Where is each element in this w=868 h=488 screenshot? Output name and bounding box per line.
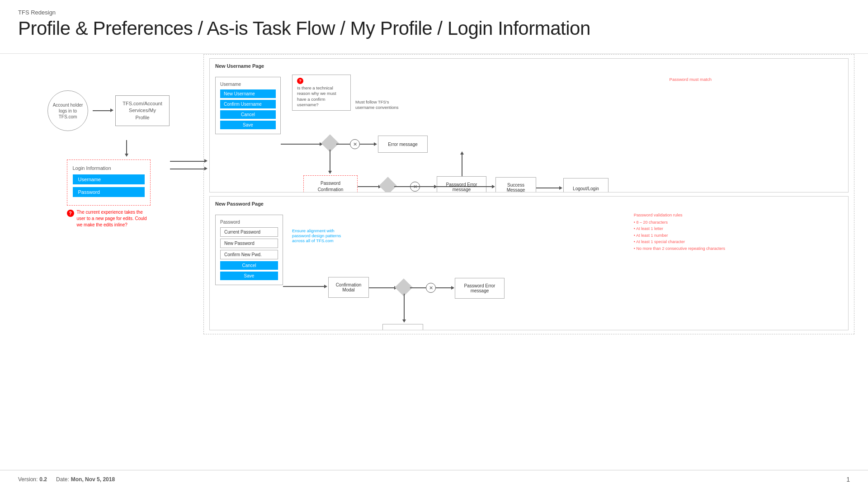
tfs-convention-note: Must follow TFS's username conventions [355, 99, 405, 111]
line-success-logout [536, 188, 561, 188]
connector-username-h [170, 161, 206, 162]
username-page-label: New Username Page [215, 63, 843, 69]
pwd-must-match-text: Password must match [670, 77, 712, 82]
line-diamond-down [330, 150, 330, 172]
save-btn-username[interactable]: Save [220, 121, 276, 129]
note-icon: ? [67, 210, 74, 217]
logout-login-text: Logout/Login [573, 186, 599, 191]
date-value: Mon, Nov 5, 2018 [71, 476, 115, 483]
cancel-btn-username[interactable]: Cancel [220, 110, 276, 119]
logout-login-box: Logout/Login [563, 178, 609, 192]
new-username-field[interactable]: New Username [220, 89, 276, 98]
q-text: Is there a technical reason why we must … [297, 85, 346, 108]
password-button[interactable]: Password [73, 187, 145, 197]
current-pwd-field[interactable]: Current Password [220, 227, 278, 237]
circle-x-pwd-icon: ✕ [426, 283, 436, 293]
subtitle: TFS Redesign [18, 9, 850, 16]
username-flow-container: Username New Username Confirm Username C… [215, 72, 843, 188]
connector-line [93, 110, 111, 111]
error-message-text: Error message [388, 142, 418, 147]
success-message-text: Success Message [507, 183, 525, 192]
arrowhead-up-pwderror [460, 151, 464, 155]
rule-5: • No more than 2 consecutive repeating c… [634, 245, 725, 252]
line-pwd-diamond-success [404, 294, 405, 321]
form-box-title: Username [220, 82, 276, 87]
save-btn-password[interactable]: Save [220, 272, 278, 280]
account-holder-circle: Account holder logs in to TFS.com [47, 90, 88, 131]
connector-password-h [170, 169, 206, 169]
arrowhead-pwd-error [451, 286, 454, 290]
right-section: New Username Page Username New Username … [203, 54, 854, 334]
username-button[interactable]: Username [73, 174, 145, 184]
connector-password-arrow [204, 167, 208, 170]
arrowhead-icon [110, 108, 113, 112]
arrowhead-down-modal [328, 171, 332, 174]
logout-login-box-inner: Logout/Login [563, 178, 609, 192]
v-connector-line [126, 140, 127, 154]
password-page-label: New Password Page [215, 201, 843, 206]
confirm-new-pwd-field[interactable]: Confirm New Pwd. [220, 250, 278, 259]
version-label: Version: [18, 476, 38, 483]
confirmation-modal-text: Confirmation Modal [336, 282, 362, 292]
q-icon: ? [297, 78, 303, 84]
password-page-area: New Password Page Password Current Passw… [209, 196, 849, 330]
note-bubble: ? The current experience takes the user … [67, 209, 151, 228]
success-msg-box: Success Message [495, 177, 536, 192]
line-modal-diamond2 [358, 186, 380, 187]
pwd-rules-title: Password validation rules [634, 212, 725, 217]
username-page-area: New Username Page Username New Username … [209, 58, 849, 192]
convention-text: Must follow TFS's username conventions [355, 99, 405, 111]
line-pwd-diamond-circlex [410, 287, 426, 288]
new-pwd-field[interactable]: New Password [220, 239, 278, 248]
form-box-pwd-title: Password [220, 220, 278, 225]
arrow-down-icon [125, 154, 128, 157]
line-confirmation-diamond [369, 287, 396, 288]
connector-username-arrow [204, 159, 208, 163]
error-msg-box: Error message [378, 136, 428, 153]
rule-1: • 8 – 20 characters [634, 219, 725, 225]
circle-x-pwd: ✕ [426, 283, 436, 293]
line-save-to-diamond [281, 144, 321, 145]
rule-3: • At least 1 number [634, 232, 725, 239]
question-box: ? Is there a technical reason why we mus… [292, 75, 351, 111]
line-diamond2-success-h [394, 186, 494, 187]
login-info-section: Login Information Username Password ? Th… [67, 160, 151, 228]
password-form-box: Password Current Password New Password C… [215, 215, 283, 285]
tfs-box-text: TFS.com/Account Services/My Profile [123, 101, 162, 120]
success-message-box: Success Message [495, 177, 536, 192]
pwd-error-lower: Password Error message [455, 278, 505, 299]
success-lower-box: Success message [382, 324, 423, 330]
pwd-error-text: Password Error message [446, 182, 477, 192]
confirmation-modal: Confirmation Modal [328, 277, 369, 298]
line-diamond2-success [388, 192, 389, 192]
form-box-username: Username New Username Confirm Username C… [215, 77, 281, 134]
line-pwd-circlex-error [436, 287, 453, 288]
cancel-btn-password[interactable]: Cancel [220, 261, 278, 270]
form-box-password: Password Current Password New Password C… [215, 215, 283, 285]
down-arrow-to-login [125, 140, 128, 157]
header: TFS Redesign Profile & Preferences / As-… [0, 0, 868, 44]
account-row: Account holder logs in to TFS.com TFS.co… [47, 90, 170, 131]
pwd-error-message: Password Error message [437, 176, 486, 192]
pwd-error-lower-box: Password Error message [455, 278, 505, 299]
rule-4: • At least 1 special character [634, 239, 725, 245]
login-info-box: Login Information Username Password [67, 160, 151, 206]
success-lower-text: Success message [394, 329, 412, 330]
password-flow-container: Password Current Password New Password C… [215, 210, 843, 325]
rule-2: • At least 1 letter [634, 225, 725, 232]
account-holder-text: Account holder logs in to TFS.com [53, 102, 83, 120]
circle-x-username: ✕ [350, 139, 360, 149]
modal-title-text: Password Confirmation Modal [308, 180, 353, 192]
error-message-box: Error message [378, 136, 428, 153]
left-section: Account holder logs in to TFS.com TFS.co… [14, 54, 203, 228]
arrowhead-success-h [492, 185, 495, 188]
arrowhead-error [374, 142, 377, 146]
line-save-confirmation [283, 286, 326, 287]
arrow-to-tfs [93, 110, 111, 111]
ensure-note-text: Ensure alignment with password design pa… [292, 228, 351, 243]
pwd-error-lower-text: Password Error message [464, 283, 495, 293]
page-number: 1 [846, 476, 850, 483]
main-canvas: Account holder logs in to TFS.com TFS.co… [14, 54, 854, 468]
confirm-username-field[interactable]: Confirm Username [220, 100, 276, 108]
footer: Version: 0.2 Date: Mon, Nov 5, 2018 1 [0, 470, 868, 488]
